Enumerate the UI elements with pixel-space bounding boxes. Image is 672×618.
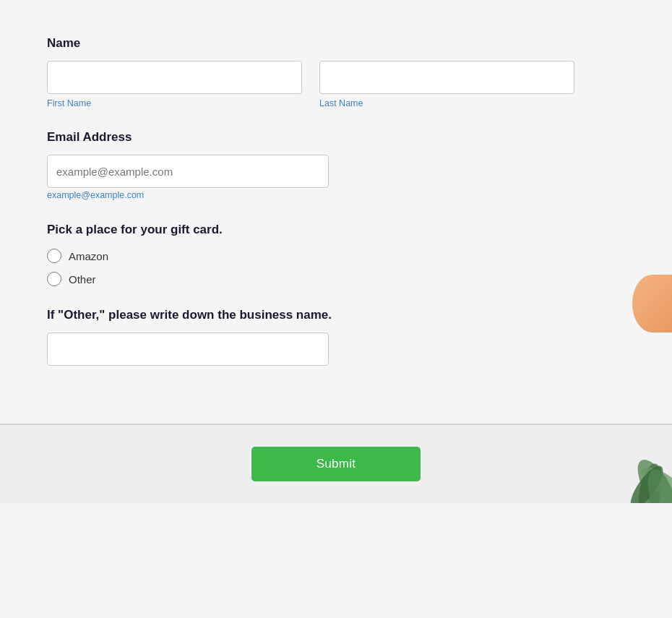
footer-bar: Submit	[0, 425, 672, 503]
name-row: First Name Last Name	[47, 61, 574, 108]
email-input[interactable]	[47, 155, 329, 188]
business-name-input[interactable]	[47, 332, 329, 366]
first-name-wrapper: First Name	[47, 61, 302, 108]
gift-card-section: Pick a place for your gift card. Amazon …	[47, 223, 574, 286]
email-label: Email Address	[47, 130, 574, 145]
plant-svg	[578, 409, 672, 503]
radio-other[interactable]	[47, 272, 61, 286]
first-name-input[interactable]	[47, 61, 302, 94]
submit-button[interactable]: Submit	[251, 447, 421, 481]
first-name-sub-label: First Name	[47, 98, 302, 108]
business-label: If "Other," please write down the busine…	[47, 308, 574, 322]
last-name-input[interactable]	[319, 61, 574, 94]
radio-option-other[interactable]: Other	[47, 272, 574, 286]
last-name-sub-label: Last Name	[319, 98, 574, 108]
page-wrapper: Name First Name Last Name Email Address …	[0, 0, 672, 618]
radio-amazon-label: Amazon	[69, 250, 108, 262]
business-input-wrapper	[47, 332, 329, 366]
email-section: Email Address example@example.com	[47, 130, 574, 201]
radio-amazon[interactable]	[47, 249, 61, 263]
name-label: Name	[47, 36, 574, 51]
last-name-wrapper: Last Name	[319, 61, 574, 108]
radio-other-label: Other	[69, 273, 96, 286]
decorative-orange-shape	[632, 275, 672, 332]
form-container: Name First Name Last Name Email Address …	[0, 0, 621, 424]
radio-group: Amazon Other	[47, 249, 574, 286]
email-input-wrapper: example@example.com	[47, 155, 329, 201]
gift-card-label: Pick a place for your gift card.	[47, 223, 574, 237]
business-section: If "Other," please write down the busine…	[47, 308, 574, 366]
name-section: Name First Name Last Name	[47, 36, 574, 108]
email-placeholder-label: example@example.com	[47, 190, 144, 200]
radio-option-amazon[interactable]: Amazon	[47, 249, 574, 263]
decorative-plant	[578, 409, 672, 503]
